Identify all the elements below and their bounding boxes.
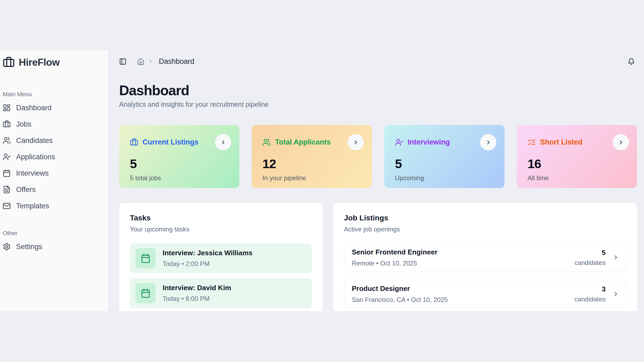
- sidebar-item-settings[interactable]: Settings: [2, 241, 105, 253]
- home-icon[interactable]: [137, 58, 144, 65]
- layout-dashboard-icon: [3, 104, 11, 112]
- page-title: Dashboard: [119, 82, 637, 98]
- tasks-title: Tasks: [130, 214, 312, 222]
- stat-card-label: Interviewing: [408, 138, 450, 146]
- job-row[interactable]: Product Designer San Francisco, CA • Oct…: [344, 280, 626, 308]
- main-area: Dashboard Dashboard Analytics and insigh…: [108, 50, 644, 311]
- stat-card-sublabel: Upcoming: [395, 174, 496, 182]
- stat-card-current-listings[interactable]: Current Listings 5 5 total jobs: [119, 125, 239, 188]
- sidebar-item-interviews[interactable]: Interviews: [2, 167, 105, 179]
- sidebar-toggle-icon[interactable]: [119, 58, 126, 65]
- stat-card-label: Current Listings: [142, 138, 199, 146]
- stat-card-arrow-button[interactable]: [613, 134, 629, 150]
- stat-card-row: Current Listings 5 5 total jobs Total Ap…: [119, 125, 637, 188]
- tasks-panel: Tasks Your upcoming tasks Interview: Jes…: [119, 203, 323, 311]
- sidebar-item-label: Jobs: [16, 120, 31, 128]
- mail-icon: [3, 202, 11, 210]
- sidebar-section-other: Other: [3, 230, 105, 237]
- stat-card-header: Total Applicants: [262, 134, 364, 150]
- user-check-icon: [3, 153, 11, 161]
- job-candidate-count: 5: [575, 249, 606, 257]
- task-title: Interview: David Kim: [163, 284, 231, 292]
- sidebar-item-offers[interactable]: Offers: [2, 183, 105, 196]
- stat-card-title-group: Short Listed: [528, 138, 583, 146]
- sidebar-item-label: Interviews: [16, 169, 49, 178]
- users-icon: [262, 138, 271, 146]
- stat-card-arrow-button[interactable]: [347, 134, 364, 150]
- stat-card-arrow-button[interactable]: [480, 134, 496, 150]
- sidebar-section-main-menu: Main Menu: [3, 91, 105, 98]
- calendar-icon: [141, 253, 151, 263]
- task-time: Today • 6:00 PM: [163, 295, 231, 302]
- briefcase-icon: [3, 120, 11, 128]
- breadcrumb-current: Dashboard: [159, 57, 194, 66]
- stat-card-value: 5: [395, 156, 496, 171]
- chevron-right-icon[interactable]: [613, 254, 619, 261]
- job-meta: Remote • Oct 10, 2025: [352, 260, 437, 267]
- task-item[interactable]: Interview: David Kim Today • 6:00 PM: [130, 278, 312, 308]
- chevron-right-icon: [220, 139, 226, 146]
- job-row-right: 3 candidates: [575, 285, 619, 303]
- sidebar-item-jobs[interactable]: Jobs: [2, 118, 105, 130]
- task-time: Today • 2:00 PM: [163, 260, 253, 268]
- stat-card-header: Short Listed: [528, 134, 629, 150]
- stat-card-sublabel: In your pipeline: [262, 174, 364, 182]
- stat-card-sublabel: All time: [528, 174, 629, 182]
- sidebar-item-label: Templates: [16, 202, 49, 210]
- task-text-group: Interview: Jessica Williams Today • 2:00…: [163, 249, 253, 268]
- job-row[interactable]: Senior Frontend Engineer Remote • Oct 10…: [344, 243, 626, 272]
- sidebar-item-label: Applications: [16, 153, 55, 161]
- job-meta: San Francisco, CA • Oct 10, 2025: [352, 296, 448, 304]
- job-listings-panel: Job Listings Active job openings Senior …: [333, 203, 637, 311]
- job-candidate-count-label: candidates: [575, 259, 606, 267]
- chevron-right-icon[interactable]: [613, 291, 619, 297]
- page-subtitle: Analytics and insights for your recruitm…: [119, 101, 637, 108]
- file-text-icon: [3, 186, 11, 194]
- task-icon-tile: [135, 283, 156, 303]
- user-check-icon: [395, 138, 403, 146]
- stat-card-header: Current Listings: [130, 134, 231, 150]
- users-icon: [3, 136, 11, 145]
- sidebar-item-label: Candidates: [16, 136, 53, 145]
- sidebar-item-templates[interactable]: Templates: [2, 200, 105, 212]
- stat-card-interviewing[interactable]: Interviewing 5 Upcoming: [384, 125, 504, 188]
- job-listings-title: Job Listings: [344, 214, 626, 222]
- task-icon-tile: [135, 248, 156, 268]
- chevron-right-icon: [485, 139, 492, 146]
- sidebar-item-dashboard[interactable]: Dashboard: [2, 102, 105, 114]
- job-text-group: Senior Frontend Engineer Remote • Oct 10…: [352, 248, 437, 267]
- sidebar-item-applications[interactable]: Applications: [2, 151, 105, 163]
- stat-card-total-applicants[interactable]: Total Applicants 12 In your pipeline: [252, 125, 372, 188]
- sidebar-item-candidates[interactable]: Candidates: [2, 134, 105, 147]
- task-title: Interview: Jessica Williams: [163, 249, 253, 257]
- chevron-right-icon: [353, 139, 359, 146]
- stat-card-value: 16: [528, 156, 629, 171]
- job-candidate-count-label: candidates: [575, 295, 606, 303]
- sidebar-item-label: Dashboard: [16, 104, 52, 112]
- job-list: Senior Frontend Engineer Remote • Oct 10…: [344, 243, 626, 308]
- tasks-subtitle: Your upcoming tasks: [130, 226, 312, 233]
- sidebar-item-label: Offers: [16, 186, 36, 194]
- stat-card-header: Interviewing: [395, 134, 496, 150]
- job-count-block: 3 candidates: [575, 285, 606, 303]
- page-content: Dashboard Analytics and insights for you…: [108, 73, 644, 311]
- sidebar-item-label: Settings: [16, 243, 42, 251]
- sidebar-nav-main: Dashboard Jobs Candidates Applications I…: [2, 102, 105, 212]
- app-window: HireFlow Main Menu Dashboard Jobs Candid…: [0, 50, 644, 311]
- stat-card-value: 12: [262, 156, 364, 171]
- briefcase-icon: [130, 138, 138, 146]
- gear-icon: [3, 243, 11, 251]
- stat-card-arrow-button[interactable]: [215, 134, 231, 150]
- job-text-group: Product Designer San Francisco, CA • Oct…: [352, 285, 448, 304]
- job-listings-subtitle: Active job openings: [344, 226, 626, 233]
- stat-card-short-listed[interactable]: Short Listed 16 All time: [517, 125, 637, 188]
- stat-card-label: Total Applicants: [275, 138, 331, 146]
- task-item[interactable]: Interview: Jessica Williams Today • 2:00…: [130, 243, 312, 273]
- stat-card-title-group: Current Listings: [130, 138, 199, 146]
- task-text-group: Interview: David Kim Today • 6:00 PM: [163, 284, 231, 302]
- chevron-right-icon: [148, 58, 153, 64]
- chevron-right-icon: [618, 139, 624, 146]
- bell-icon[interactable]: [628, 58, 635, 65]
- job-count-block: 5 candidates: [575, 249, 606, 267]
- calendar-icon: [141, 288, 151, 298]
